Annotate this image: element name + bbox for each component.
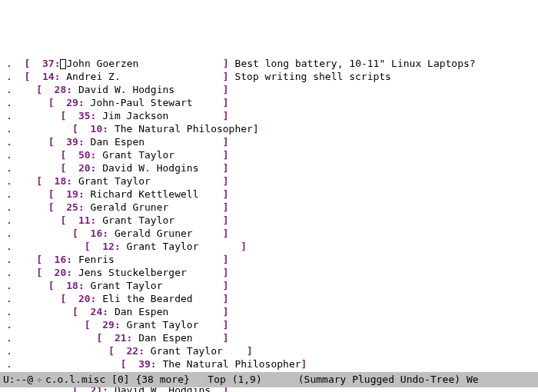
summary-buffer[interactable]: . [ 37:John Goerzen ] Best long battery,… [0,52,538,392]
colon-sep: : [66,267,72,278]
summary-line[interactable]: . [ 20: David W. Hodgins ] [6,161,538,174]
summary-line[interactable]: . [ 20: Jens Stuckelberger ] [6,266,538,279]
colon-sep: : [127,332,133,344]
line-count: 18 [55,280,78,291]
right-bracket-icon: ] [223,214,229,226]
summary-line[interactable]: . [ 18: Grant Taylor ] [6,279,538,292]
summary-line[interactable]: . [ 35: Jim Jackson ] [6,109,538,122]
line-count: 10 [78,123,102,135]
line-count: 20 [42,267,66,278]
colon-sep: : [91,149,97,161]
summary-line[interactable]: . [ 39: The Natural Philosopher] [6,357,538,370]
summary-line[interactable]: . [ 39: Dan Espen ] [6,135,538,148]
author: Dan Espen [138,332,192,344]
summary-line[interactable]: . [ 11: Grant Taylor ] [6,214,538,227]
colon-sep: : [78,188,85,200]
author: Grant Taylor [78,175,151,187]
summary-line[interactable]: . [ 12: Grant Taylor ] [6,240,538,253]
line-count: 24 [78,306,102,317]
summary-line[interactable]: . [ 14: Andrei Z. ] Stop writing shell s… [6,70,538,83]
unread-mark: . [6,162,12,174]
author: Grant Taylor [102,149,174,161]
left-bracket-icon: [ [48,201,55,213]
summary-line[interactable]: . [ 20: Eli the Bearded ] [6,292,538,305]
left-bracket-icon: [ [36,84,42,95]
right-bracket-icon: ] [223,162,229,174]
right-bracket-icon: ] [223,201,229,213]
left-bracket-icon: [ [48,280,55,291]
author: David W. Hodgins [78,84,174,95]
summary-line[interactable]: . [ 29: John-Paul Stewart ] [6,96,538,109]
modeline-unread: [0] [111,372,129,387]
summary-line[interactable]: . [ 29: Grant Taylor ] [6,318,538,331]
author: Jim Jackson [102,110,168,121]
line-count: 39 [55,136,78,148]
line-count: 18 [42,175,66,187]
colon-sep: : [66,254,72,265]
summary-line[interactable]: . [ 18: Grant Taylor ] [6,174,538,188]
right-bracket-icon: ] [223,175,229,187]
right-bracket-icon: ] [301,358,307,370]
summary-line[interactable]: . [ 22: Grant Taylor ] [6,344,538,357]
colon-sep: : [55,58,61,69]
subject: Best long battery, 10-11" Linux Laptops? [235,58,476,69]
left-bracket-icon: [ [36,267,42,278]
unread-mark: . [6,228,12,239]
summary-line[interactable]: . [ 37:John Goerzen ] Best long battery,… [6,57,538,70]
right-bracket-icon: ] [223,293,229,304]
left-bracket-icon: [ [48,97,55,108]
line-count: 28 [42,84,66,95]
unread-mark: . [6,214,12,226]
line-count: 22 [115,345,138,357]
unread-mark: . [6,241,12,252]
colon-sep: : [138,345,144,357]
summary-line[interactable]: . [ 28: David W. Hodgins ] [6,83,538,96]
colon-sep: : [66,84,72,95]
line-count: 29 [91,319,115,331]
summary-line[interactable]: . [ 24: Dan Espen ] [6,305,538,318]
right-bracket-icon: ] [253,123,259,135]
unread-mark: . [6,84,12,95]
unread-mark: . [6,254,12,265]
right-bracket-icon: ] [223,228,229,239]
right-bracket-icon: ] [241,241,247,252]
line-count: 21 [102,332,126,344]
right-bracket-icon: ] [223,58,229,69]
line-count: 20 [66,293,90,304]
summary-line[interactable]: . [ 19: Richard Kettlewell ] [6,188,538,201]
summary-line[interactable]: . [ 16: Gerald Gruner ] [6,227,538,240]
left-bracket-icon: [ [121,358,127,370]
colon-sep: : [66,175,72,187]
modeline-more: {38 more} [135,372,189,387]
summary-line[interactable]: . [ 21: Dan Espen ] [6,331,538,344]
unread-mark: . [6,332,12,344]
colon-sep: : [78,136,85,148]
unread-mark: . [6,175,12,187]
colon-sep: : [78,201,85,213]
colon-sep: : [151,358,157,370]
summary-line[interactable]: . [ 10: The Natural Philosopher] [6,122,538,135]
author: Grant Taylor [151,345,223,357]
modeline-icon: ✧ [36,372,42,387]
line-count: 19 [55,188,78,200]
author: Gerald Gruner [91,201,169,213]
colon-sep: : [91,110,97,121]
summary-line[interactable]: . [ 50: Grant Taylor ] [6,148,538,161]
unread-mark: . [6,149,12,161]
colon-sep: : [102,123,108,135]
right-bracket-icon: ] [223,149,229,161]
unread-mark: . [6,319,12,331]
left-bracket-icon: [ [48,136,55,148]
summary-line[interactable]: . [ 25: Gerald Gruner ] [6,201,538,214]
colon-sep: : [102,228,108,239]
author: John Goerzen [66,58,138,69]
unread-mark: . [6,58,12,69]
author: Jens Stuckelberger [78,267,187,278]
summary-line[interactable]: . [ 16: Fenris ] [6,253,538,266]
colon-sep: : [91,214,97,226]
left-bracket-icon: [ [36,254,42,265]
line-count: 16 [78,228,102,239]
author: Richard Kettlewell [91,188,199,200]
modeline-coding: U:--@ [3,372,33,387]
left-bracket-icon: [ [85,319,91,331]
